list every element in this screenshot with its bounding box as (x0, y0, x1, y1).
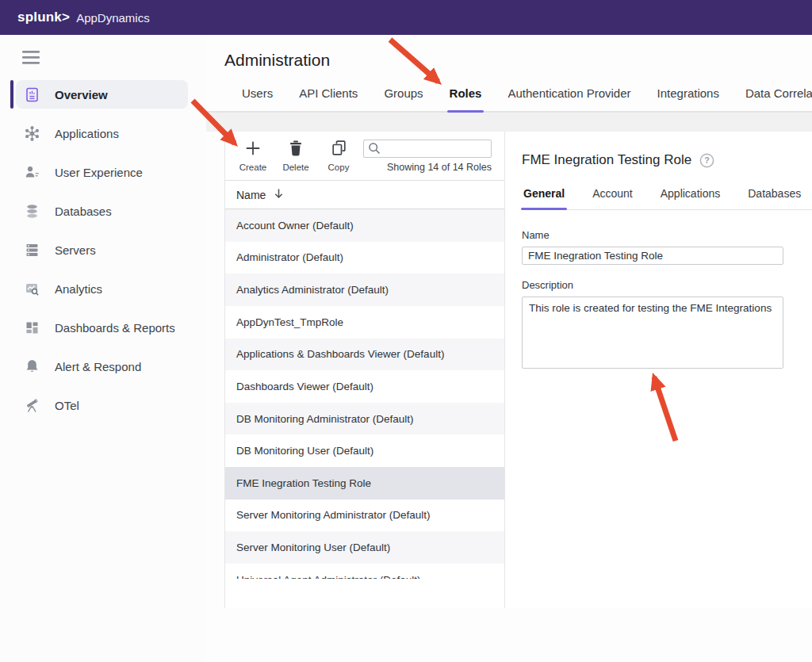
sidebar-item-label: User Experience (55, 166, 143, 179)
role-row[interactable]: FME Inegration Testing Role (225, 467, 504, 499)
roles-count-text: Showing 14 of 14 Roles (363, 162, 492, 173)
copy-button-label: Copy (328, 163, 350, 172)
otel-telescope-icon (24, 397, 40, 414)
sidebar-item-analytics[interactable]: Analytics (16, 274, 188, 303)
detail-tab-general[interactable]: General (523, 187, 565, 209)
sidebar-item-applications[interactable]: Applications (16, 119, 188, 147)
sort-descending-icon[interactable] (273, 187, 285, 203)
tab-data-correlation[interactable]: Data Correlation (745, 86, 812, 111)
role-row[interactable]: AppDynTest_TmpRole (225, 306, 504, 339)
detail-tab-applications[interactable]: Applications (661, 187, 721, 209)
roles-search-input[interactable] (363, 140, 492, 158)
create-button-label: Create (239, 163, 267, 172)
role-row[interactable]: Administrator (Default) (225, 242, 504, 274)
detail-tab-account[interactable]: Account (592, 187, 633, 209)
role-detail-panel: FME Inegration Testing Role ? GeneralAcc… (505, 132, 812, 608)
page-title: Administration (224, 49, 812, 71)
applications-icon (24, 125, 40, 142)
role-detail-tabs: GeneralAccountApplicationsDatabases (522, 171, 812, 210)
alert-bell-icon (24, 358, 40, 375)
header-divider-band (206, 113, 812, 132)
roles-list: Account Owner (Default)Administrator (De… (225, 209, 504, 579)
sidebar-item-overview[interactable]: Overview (16, 80, 188, 109)
description-field-label: Description (522, 279, 783, 291)
sidebar-item-label: Overview (55, 88, 108, 101)
appdynamics-logo-text: AppDynamics (76, 11, 150, 25)
sidebar-item-label: Analytics (55, 282, 102, 296)
name-field-label: Name (522, 229, 783, 241)
sidebar-item-label: Alert & Respond (55, 360, 141, 373)
main-area: Administration UsersAPI ClientsGroupsRol… (206, 35, 812, 662)
servers-icon (24, 242, 40, 258)
admin-tabs: UsersAPI ClientsGroupsRolesAuthenticatio… (206, 71, 812, 113)
tab-groups[interactable]: Groups (384, 86, 423, 111)
copy-button[interactable]: Copy (320, 140, 357, 180)
sidebar-item-alert-respond[interactable]: Alert & Respond (16, 352, 188, 381)
role-row[interactable]: Dashboards Viewer (Default) (225, 370, 504, 403)
sidebar-item-user-experience[interactable]: User Experience (16, 158, 188, 186)
sidebar: OverviewApplicationsUser ExperienceDatab… (0, 35, 206, 662)
databases-icon (24, 203, 40, 220)
role-row[interactable]: DB Monitoring Administrator (Default) (225, 403, 504, 435)
sidebar-item-label: Databases (55, 205, 112, 218)
sidebar-nav: OverviewApplicationsUser ExperienceDatab… (0, 80, 206, 419)
role-row[interactable]: Server Monitoring User (Default) (225, 531, 504, 564)
sidebar-item-databases[interactable]: Databases (16, 197, 188, 225)
copy-icon (331, 140, 347, 160)
page: splunk> AppDynamics OverviewApplications… (0, 0, 812, 662)
name-column-label: Name (236, 189, 266, 201)
sidebar-item-label: OTel (55, 399, 79, 412)
topbar: splunk> AppDynamics (0, 0, 812, 35)
role-row[interactable]: Server Monitoring Administrator (Default… (225, 499, 504, 532)
sidebar-item-servers[interactable]: Servers (16, 235, 188, 264)
delete-button-label: Delete (282, 163, 308, 172)
role-row[interactable]: Analytics Administrator (Default) (225, 274, 504, 306)
role-name-input[interactable] (522, 247, 783, 265)
create-button[interactable]: Create (235, 140, 271, 180)
help-question-icon[interactable]: ? (699, 153, 714, 168)
role-row[interactable]: Account Owner (Default) (225, 209, 504, 242)
tab-authentication-provider[interactable]: Authentication Provider (508, 86, 630, 111)
sidebar-item-label: Servers (55, 243, 96, 257)
tab-integrations[interactable]: Integrations (657, 86, 719, 111)
detail-tab-databases[interactable]: Databases (748, 187, 801, 209)
overview-icon (24, 86, 40, 103)
role-row[interactable]: Applications & Dashboards Viewer (Defaul… (225, 339, 504, 371)
tab-api-clients[interactable]: API Clients (299, 86, 358, 111)
role-row[interactable]: DB Monitoring User (Default) (225, 434, 504, 467)
dashboards-icon (24, 320, 40, 336)
roles-list-panel: Create Delete Copy (224, 132, 505, 608)
role-description-textarea[interactable]: This role is created for testing the FME… (522, 297, 783, 369)
role-row[interactable]: Universal Agent Administrator (Default) (225, 564, 504, 579)
search-icon (368, 142, 381, 158)
role-detail-title: FME Inegration Testing Role (522, 152, 691, 168)
svg-text:?: ? (704, 155, 709, 165)
sidebar-item-label: Dashboards & Reports (55, 321, 175, 335)
admin-header: Administration (206, 35, 812, 71)
sidebar-item-dashboards-reports[interactable]: Dashboards & Reports (16, 313, 188, 342)
plus-icon (244, 140, 262, 160)
delete-button[interactable]: Delete (278, 140, 314, 180)
hamburger-menu-icon[interactable] (22, 51, 40, 64)
analytics-icon (24, 281, 40, 297)
name-column-header[interactable]: Name (225, 181, 504, 209)
trash-icon (288, 140, 304, 160)
user-experience-icon (24, 164, 40, 181)
splunk-logo: splunk> (17, 10, 70, 25)
role-general-form: Name Description This role is created fo… (522, 210, 783, 372)
sidebar-item-label: Applications (55, 127, 119, 140)
tab-roles[interactable]: Roles (450, 86, 482, 111)
sidebar-item-otel[interactable]: OTel (16, 391, 188, 419)
roles-toolbar: Create Delete Copy (225, 132, 504, 181)
tab-users[interactable]: Users (242, 86, 273, 111)
